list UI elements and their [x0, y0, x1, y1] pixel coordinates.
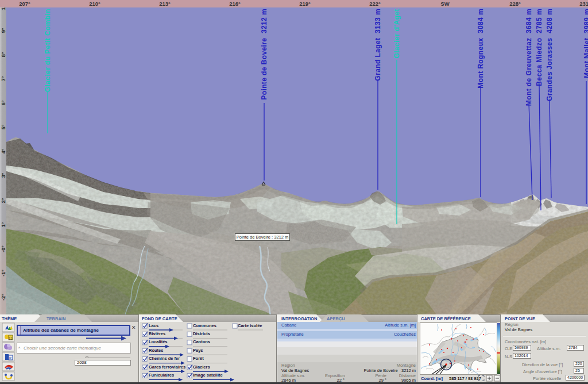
svg-text:Glacier d'Aget: Glacier d'Aget: [393, 9, 401, 58]
svg-text:Becca Miedzo 2785 m: Becca Miedzo 2785 m: [535, 9, 543, 86]
svg-text:Mont de Greuvettaz 3684 m: Mont de Greuvettaz 3684 m: [525, 9, 533, 106]
svg-text:P: P: [9, 356, 11, 360]
svg-text:Mont Mallet 3989 m: Mont Mallet 3989 m: [583, 9, 588, 78]
svg-text:Mont Rogneux 3084 m: Mont Rogneux 3084 m: [477, 9, 485, 89]
svg-text:Grand Laget 3133 m: Grand Laget 3133 m: [374, 9, 382, 81]
svg-text:12: 12: [9, 337, 13, 340]
svg-text:Grandes Jorasses 4208 m: Grandes Jorasses 4208 m: [546, 9, 554, 101]
svg-text:Pointe de Boveire 3212 m: Pointe de Boveire 3212 m: [260, 9, 268, 100]
svg-text:Glacier du Petit Combin: Glacier du Petit Combin: [44, 9, 52, 92]
